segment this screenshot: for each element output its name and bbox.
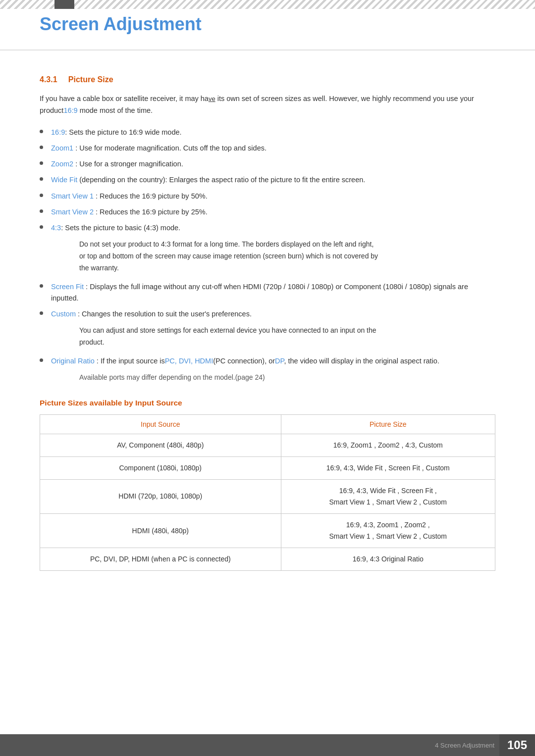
footer-label: 4 Screen Adjustment (435, 742, 494, 749)
bullet-list-2: Screen Fit : Displays the full image wit… (40, 281, 495, 320)
bullet-dot (40, 130, 43, 133)
inline-highlight-169: 16:9 (63, 106, 77, 114)
list-item: Original Ratio : If the input source isP… (40, 355, 495, 367)
table-row: AV, Component (480i, 480p) 16:9, Zoom1 ,… (40, 434, 495, 456)
sub-note: Available ports may differ depending on … (79, 372, 495, 384)
table-cell-source: AV, Component (480i, 480p) (40, 434, 281, 456)
item-label: Wide Fit (51, 176, 77, 184)
list-item: Smart View 2 : Reduces the 16:9 picture … (40, 206, 495, 218)
bullet-dot (40, 146, 43, 149)
list-item-text: Smart View 1 : Reduces the 16:9 picture … (51, 191, 495, 202)
item-label: 4:3 (51, 224, 61, 232)
list-item-text: Original Ratio : If the input source isP… (51, 355, 495, 367)
list-item: Smart View 1 : Reduces the 16:9 picture … (40, 191, 495, 202)
item-label: Smart View 2 (51, 208, 94, 216)
item-label: Zoom1 (51, 144, 73, 152)
list-item-text: Smart View 2 : Reduces the 16:9 picture … (51, 206, 495, 218)
list-item: Zoom1 : Use for moderate magnification. … (40, 143, 495, 154)
list-item: 4:3: Sets the picture to basic (4:3) mod… (40, 222, 495, 234)
table-section-title: Picture Sizes available by Input Source (40, 399, 495, 407)
table-cell-source: HDMI (480i, 480p) (40, 514, 281, 548)
list-item: Zoom2 : Use for a stronger magnification… (40, 158, 495, 170)
main-content: 4.3.1 Picture Size If you have a cable b… (0, 75, 535, 610)
table-row: PC, DVI, DP, HDMI (when a PC is connecte… (40, 548, 495, 571)
bullet-dot (40, 194, 43, 197)
item-label: Smart View 1 (51, 192, 94, 200)
list-item: Custom : Changes the resolution to suit … (40, 308, 495, 320)
table-cell-sizes: 16:9, 4:3, Wide Fit , Screen Fit , Custo… (281, 456, 495, 479)
top-decoration-bar (0, 0, 535, 9)
bullet-list-3: Original Ratio : If the input source isP… (40, 355, 495, 367)
intro-paragraph: If you have a cable box or satellite rec… (40, 93, 495, 117)
section-heading: 4.3.1 Picture Size (40, 75, 495, 84)
bullet-dot (40, 209, 43, 213)
bullet-list-1: 16:9: Sets the picture to 16:9 wide mode… (40, 127, 495, 234)
picture-sizes-table: Input Source Picture Size AV, Component … (40, 414, 495, 571)
bullet-dot (40, 311, 43, 315)
note-custom: You can adjust and store settings for ea… (79, 325, 495, 349)
table-cell-source: PC, DVI, DP, HDMI (when a PC is connecte… (40, 548, 281, 571)
list-item-text: Screen Fit : Displays the full image wit… (51, 281, 495, 304)
list-item-text: Zoom1 : Use for moderate magnification. … (51, 143, 495, 154)
note-43: Do not set your product to 4:3 format fo… (79, 239, 495, 274)
list-item: Screen Fit : Displays the full image wit… (40, 281, 495, 304)
table-row: Component (1080i, 1080p) 16:9, 4:3, Wide… (40, 456, 495, 479)
table-cell-source: Component (1080i, 1080p) (40, 456, 281, 479)
section-title: Picture Size (68, 75, 113, 84)
table-header-input: Input Source (40, 414, 281, 434)
table-row: HDMI (480i, 480p) 16:9, 4:3, Zoom1 , Zoo… (40, 514, 495, 548)
page-footer: 4 Screen Adjustment 105 (0, 734, 535, 756)
bullet-dot (40, 358, 43, 362)
table-cell-sizes: 16:9, 4:3 Original Ratio (281, 548, 495, 571)
page-title: Screen Adjustment (40, 14, 495, 35)
bullet-dot (40, 177, 43, 181)
list-item-text: 16:9: Sets the picture to 16:9 wide mode… (51, 127, 495, 138)
list-item-text: Wide Fit (depending on the country): Enl… (51, 174, 495, 186)
page-number: 105 (499, 734, 535, 756)
table-cell-sizes: 16:9, 4:3, Wide Fit , Screen Fit ,Smart … (281, 479, 495, 513)
bullet-dot (40, 225, 43, 229)
inline-highlight-pc: PC, DVI, HDMI (165, 357, 213, 365)
section-number: 4.3.1 (40, 75, 57, 84)
item-label: Screen Fit (51, 283, 84, 291)
table-header-size: Picture Size (281, 414, 495, 434)
bullet-dot (40, 161, 43, 165)
item-label-original-ratio: Original Ratio (51, 357, 95, 365)
table-cell-sizes: 16:9, 4:3, Zoom1 , Zoom2 ,Smart View 1 ,… (281, 514, 495, 548)
inline-highlight-dp: DP (275, 357, 284, 365)
list-item-text: 4:3: Sets the picture to basic (4:3) mod… (51, 222, 495, 234)
list-item: Wide Fit (depending on the country): Enl… (40, 174, 495, 186)
bullet-dot (40, 284, 43, 288)
item-label: Custom (51, 310, 76, 318)
list-item-text: Custom : Changes the resolution to suit … (51, 308, 495, 320)
item-label: 16:9 (51, 128, 65, 136)
list-item-text: Zoom2 : Use for a stronger magnification… (51, 158, 495, 170)
list-item: 16:9: Sets the picture to 16:9 wide mode… (40, 127, 495, 138)
top-accent-block (54, 0, 74, 9)
table-cell-source: HDMI (720p, 1080i, 1080p) (40, 479, 281, 513)
table-row: HDMI (720p, 1080i, 1080p) 16:9, 4:3, Wid… (40, 479, 495, 513)
table-cell-sizes: 16:9, Zoom1 , Zoom2 , 4:3, Custom (281, 434, 495, 456)
item-label: Zoom2 (51, 160, 73, 168)
